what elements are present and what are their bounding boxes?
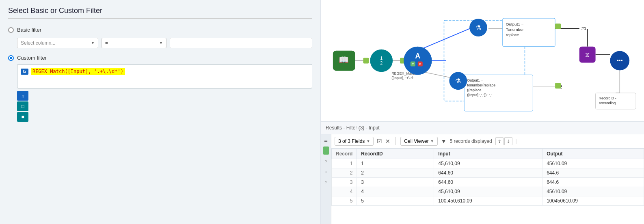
cell-recordid: 3 — [357, 178, 434, 187]
cell-viewer-chevron: ▼ — [430, 139, 434, 143]
cell-output: 644.6 — [542, 168, 644, 178]
list-view-icon[interactable]: ☰ — [322, 136, 330, 144]
workflow-svg: Output1 = Tonumber replace... #1 Output1… — [321, 0, 644, 121]
formula-editor[interactable]: fx REGEX_Match([Input], '.+\.\d*') — [17, 64, 312, 88]
workflow-canvas: Output1 = Tonumber replace... #1 Output1… — [321, 0, 644, 122]
results-header: Results - Filter (3) - Input — [321, 122, 644, 134]
cell-output: 644.6 — [542, 178, 644, 187]
svg-text:replace...: replace... — [506, 32, 523, 37]
header-row: Record RecordID Input Output — [332, 149, 644, 159]
cell-record: 2 — [332, 168, 357, 178]
svg-text:•••: ••• — [617, 57, 623, 64]
svg-point-36 — [404, 47, 432, 75]
results-table: Record RecordID Input Output 1145,610,09… — [331, 149, 644, 206]
svg-text:Tonumber: Tonumber — [506, 27, 524, 32]
cell-input: 644.60 — [434, 168, 542, 178]
table-header: Record RecordID Input Output — [332, 149, 644, 159]
cell-input: 45,610,09 — [434, 187, 542, 196]
basic-filter-label: Basic filter — [17, 27, 41, 33]
formula-line: fx REGEX_Match([Input], '.+\.\d*') — [21, 68, 309, 75]
side-icons: ☰ D ▷ ? — [321, 134, 331, 224]
fx-badge: fx — [21, 69, 28, 75]
value-input[interactable] — [170, 38, 312, 48]
cell-record: 1 — [332, 159, 357, 168]
results-title: Results - Filter (3) - Input — [326, 125, 380, 131]
operator-chevron: ▼ — [159, 41, 163, 45]
side-icon-1[interactable]: D — [322, 157, 330, 165]
basic-filter-radio[interactable] — [8, 27, 14, 33]
results-main: 3 of 3 Fields ▼ ☑ ✕ Cell Viewer ▼ ▼ 5 re… — [331, 134, 644, 224]
filter-funnel-icon[interactable]: ▼ — [441, 138, 447, 144]
cell-recordid: 1 — [357, 159, 434, 168]
table-row: 33644,60644.6 — [332, 178, 644, 187]
svg-line-6 — [418, 28, 470, 51]
left-panel: Select Basic or Custom Filter Basic filt… — [0, 0, 321, 224]
svg-rect-1 — [363, 58, 369, 64]
divider-1 — [395, 137, 395, 145]
right-panel: Output1 = Tonumber replace... #1 Output1… — [321, 0, 644, 224]
sort-up-button[interactable]: ⇧ — [495, 137, 504, 145]
cell-viewer-label: Cell Viewer — [404, 138, 428, 144]
svg-text:((replace: ((replace — [467, 88, 481, 92]
green-indicator — [323, 146, 329, 155]
svg-text:A: A — [415, 52, 420, 60]
formula-icon-1[interactable]: 𝑥 — [17, 91, 28, 101]
svg-text:Ascending: Ascending — [599, 101, 616, 105]
svg-text:⚗: ⚗ — [455, 78, 461, 84]
side-icon-2[interactable]: ▷ — [322, 168, 330, 176]
fields-label: 3 of 3 Fields — [338, 138, 365, 144]
svg-text:⧖: ⧖ — [585, 51, 590, 58]
svg-text:RecordID -: RecordID - — [599, 96, 616, 100]
col-input: Input — [434, 149, 542, 159]
results-toolbar: 3 of 3 Fields ▼ ☑ ✕ Cell Viewer ▼ ▼ 5 re… — [331, 134, 644, 149]
custom-filter-section: Custom filter fx REGEX_Match([Input], '.… — [8, 55, 312, 122]
operator-select[interactable]: = ▼ — [102, 38, 166, 48]
data-table: Record RecordID Input Output 1145,610,09… — [331, 149, 644, 224]
close-icon[interactable]: ✕ — [385, 138, 390, 144]
table-body: 1145,610,0945610.0922644.60644.633644,60… — [332, 159, 644, 206]
svg-text:F: F — [419, 62, 421, 66]
cell-output: 45610.09 — [542, 159, 644, 168]
sort-down-button[interactable]: ⇩ — [504, 137, 512, 145]
formula-icon-3[interactable]: ■ — [17, 112, 28, 122]
col-recordid: RecordID — [357, 149, 434, 159]
custom-filter-radio[interactable] — [8, 55, 14, 61]
side-icon-3[interactable]: ? — [322, 178, 330, 186]
operator-value: = — [105, 40, 158, 46]
table-row: 55100,450,610,09100450610.09 — [332, 196, 644, 206]
cell-record: 5 — [332, 196, 357, 206]
formula-toolbar: 𝑥 □ ■ — [17, 91, 312, 122]
svg-rect-46 — [555, 24, 561, 29]
fields-chevron: ▼ — [366, 139, 370, 143]
sort-arrows: ⇧ ⇩ — [495, 137, 512, 145]
formula-content: REGEX_Match([Input], '.+\.\d*') — [32, 69, 123, 74]
records-displayed-label: 5 records displayed — [450, 138, 492, 144]
svg-text:Output1 =: Output1 = — [506, 22, 524, 26]
cell-record: 4 — [332, 187, 357, 196]
svg-text:1: 1 — [380, 56, 383, 60]
table-row: 22644.60644.6 — [332, 168, 644, 178]
formula-icon-2[interactable]: □ — [17, 101, 28, 111]
toolbar-end-divider: | — [516, 138, 517, 144]
svg-text:Output1 =: Output1 = — [467, 78, 483, 82]
cell-recordid: 5 — [357, 196, 434, 206]
cell-output: 100450610.09 — [542, 196, 644, 206]
basic-filter-row: Select column... ▼ = ▼ — [17, 38, 312, 48]
column-select-placeholder: Select column... — [21, 40, 89, 46]
cell-viewer-button[interactable]: Cell Viewer ▼ — [400, 137, 437, 146]
svg-text:([Input],',','')),'.','...: ([Input],',','')),'.','... — [467, 93, 495, 97]
column-select[interactable]: Select column... ▼ — [17, 38, 98, 48]
check-icon-1[interactable]: ☑ — [377, 138, 382, 144]
cell-input: 644,60 — [434, 178, 542, 187]
svg-text:#1: #1 — [581, 26, 586, 31]
svg-text:⚗: ⚗ — [475, 24, 481, 31]
col-output: Output — [542, 149, 644, 159]
basic-filter-option: Basic filter — [8, 27, 312, 33]
table-row: 1145,610,0945610.09 — [332, 159, 644, 168]
svg-text:2: 2 — [380, 60, 383, 65]
svg-text:T: T — [412, 62, 414, 66]
custom-filter-label: Custom filter — [17, 55, 47, 61]
col-record: Record — [332, 149, 357, 159]
fields-button[interactable]: 3 of 3 Fields ▼ — [335, 137, 374, 146]
custom-filter-option: Custom filter — [8, 55, 312, 61]
